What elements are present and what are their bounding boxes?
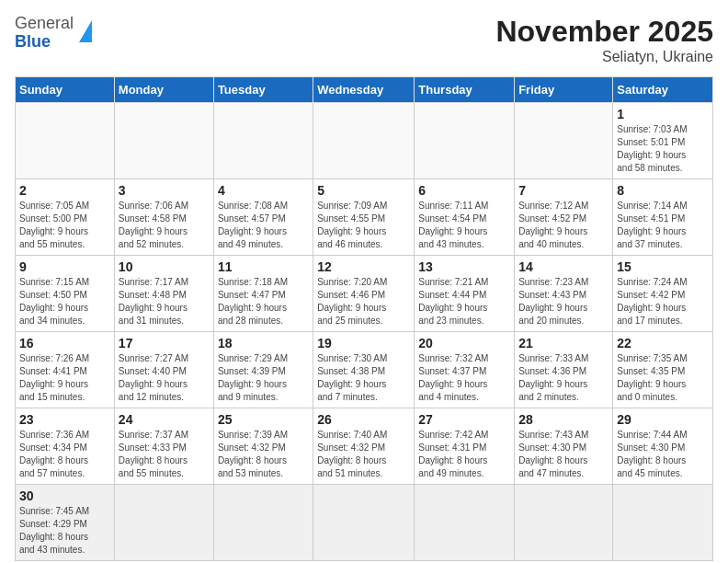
day-number: 3: [119, 183, 210, 198]
day-number: 26: [317, 412, 410, 427]
calendar-cell: 4Sunrise: 7:08 AM Sunset: 4:57 PM Daylig…: [213, 179, 313, 256]
day-info: Sunrise: 7:29 AM Sunset: 4:39 PM Dayligh…: [218, 352, 309, 404]
day-info: Sunrise: 7:11 AM Sunset: 4:54 PM Dayligh…: [418, 200, 510, 251]
day-info: Sunrise: 7:35 AM Sunset: 4:35 PM Dayligh…: [617, 352, 709, 404]
calendar-cell: [415, 485, 515, 561]
calendar-cell: 29Sunrise: 7:44 AM Sunset: 4:30 PM Dayli…: [613, 408, 713, 485]
day-info: Sunrise: 7:39 AM Sunset: 4:32 PM Dayligh…: [218, 429, 309, 480]
calendar-cell: 26Sunrise: 7:40 AM Sunset: 4:32 PM Dayli…: [313, 408, 415, 485]
day-info: Sunrise: 7:09 AM Sunset: 4:55 PM Dayligh…: [317, 200, 410, 251]
day-info: Sunrise: 7:32 AM Sunset: 4:37 PM Dayligh…: [418, 352, 510, 404]
week-row-3: 9Sunrise: 7:15 AM Sunset: 4:50 PM Daylig…: [16, 256, 713, 332]
calendar-cell: 25Sunrise: 7:39 AM Sunset: 4:32 PM Dayli…: [213, 408, 313, 485]
header-wednesday: Wednesday: [313, 77, 415, 103]
calendar-cell: 1Sunrise: 7:03 AM Sunset: 5:01 PM Daylig…: [613, 103, 713, 179]
day-number: 20: [418, 336, 510, 350]
day-info: Sunrise: 7:03 AM Sunset: 5:01 PM Dayligh…: [617, 123, 709, 175]
page-header: General Blue November 2025 Seliatyn, Ukr…: [15, 15, 713, 65]
day-number: 30: [19, 488, 110, 503]
day-info: Sunrise: 7:14 AM Sunset: 4:51 PM Dayligh…: [617, 200, 709, 251]
day-number: 8: [617, 183, 709, 198]
calendar-cell: 28Sunrise: 7:43 AM Sunset: 4:30 PM Dayli…: [515, 408, 613, 485]
week-row-1: 1Sunrise: 7:03 AM Sunset: 5:01 PM Daylig…: [16, 103, 713, 179]
calendar-cell: 18Sunrise: 7:29 AM Sunset: 4:39 PM Dayli…: [213, 332, 313, 408]
day-info: Sunrise: 7:18 AM Sunset: 4:47 PM Dayligh…: [218, 276, 309, 327]
day-number: 27: [418, 412, 510, 427]
header-tuesday: Tuesday: [213, 77, 313, 103]
logo-general: General: [15, 14, 74, 32]
location-subtitle: Seliatyn, Ukraine: [495, 49, 713, 65]
day-number: 25: [218, 412, 309, 427]
calendar-cell: [114, 485, 213, 561]
day-info: Sunrise: 7:17 AM Sunset: 4:48 PM Dayligh…: [119, 276, 210, 327]
calendar-cell: [16, 103, 115, 179]
day-number: 2: [19, 183, 110, 198]
day-info: Sunrise: 7:36 AM Sunset: 4:34 PM Dayligh…: [19, 429, 110, 480]
calendar-cell: 15Sunrise: 7:24 AM Sunset: 4:42 PM Dayli…: [613, 256, 713, 332]
calendar-cell: [213, 103, 313, 179]
calendar-cell: 27Sunrise: 7:42 AM Sunset: 4:31 PM Dayli…: [415, 408, 515, 485]
day-info: Sunrise: 7:20 AM Sunset: 4:46 PM Dayligh…: [317, 276, 410, 327]
day-info: Sunrise: 7:15 AM Sunset: 4:50 PM Dayligh…: [19, 276, 110, 327]
week-row-6: 30Sunrise: 7:45 AM Sunset: 4:29 PM Dayli…: [16, 485, 713, 561]
day-number: 13: [418, 259, 510, 274]
header-friday: Friday: [515, 77, 613, 103]
day-number: 1: [617, 107, 709, 121]
day-number: 18: [218, 336, 309, 350]
day-number: 23: [19, 412, 110, 427]
day-number: 10: [119, 259, 210, 274]
week-row-5: 23Sunrise: 7:36 AM Sunset: 4:34 PM Dayli…: [16, 408, 713, 485]
title-block: November 2025 Seliatyn, Ukraine: [495, 15, 713, 65]
day-info: Sunrise: 7:12 AM Sunset: 4:52 PM Dayligh…: [518, 200, 609, 251]
day-number: 7: [518, 183, 609, 198]
day-number: 28: [518, 412, 609, 427]
calendar-cell: [313, 485, 415, 561]
day-number: 16: [19, 336, 110, 350]
calendar-cell: 12Sunrise: 7:20 AM Sunset: 4:46 PM Dayli…: [313, 256, 415, 332]
day-number: 15: [617, 259, 709, 274]
logo-blue: Blue: [15, 32, 51, 51]
day-info: Sunrise: 7:06 AM Sunset: 4:58 PM Dayligh…: [119, 200, 210, 251]
day-number: 12: [317, 259, 410, 274]
calendar-cell: 2Sunrise: 7:05 AM Sunset: 5:00 PM Daylig…: [16, 179, 115, 256]
day-number: 24: [119, 412, 210, 427]
calendar-cell: 20Sunrise: 7:32 AM Sunset: 4:37 PM Dayli…: [415, 332, 515, 408]
day-number: 21: [518, 336, 609, 350]
day-number: 5: [317, 183, 410, 198]
day-info: Sunrise: 7:43 AM Sunset: 4:30 PM Dayligh…: [518, 429, 609, 480]
calendar-cell: 7Sunrise: 7:12 AM Sunset: 4:52 PM Daylig…: [515, 179, 613, 256]
header-sunday: Sunday: [16, 77, 115, 103]
header-saturday: Saturday: [613, 77, 713, 103]
day-info: Sunrise: 7:27 AM Sunset: 4:40 PM Dayligh…: [119, 352, 210, 404]
calendar-cell: [415, 103, 515, 179]
calendar-cell: [515, 103, 613, 179]
day-info: Sunrise: 7:05 AM Sunset: 5:00 PM Dayligh…: [19, 200, 110, 251]
calendar-cell: 17Sunrise: 7:27 AM Sunset: 4:40 PM Dayli…: [114, 332, 213, 408]
calendar-cell: 5Sunrise: 7:09 AM Sunset: 4:55 PM Daylig…: [313, 179, 415, 256]
day-number: 4: [218, 183, 309, 198]
calendar-header-row: SundayMondayTuesdayWednesdayThursdayFrid…: [16, 77, 713, 103]
logo-triangle-icon: [79, 20, 92, 42]
calendar-cell: 6Sunrise: 7:11 AM Sunset: 4:54 PM Daylig…: [415, 179, 515, 256]
calendar-cell: 23Sunrise: 7:36 AM Sunset: 4:34 PM Dayli…: [16, 408, 115, 485]
day-number: 17: [119, 336, 210, 350]
day-info: Sunrise: 7:26 AM Sunset: 4:41 PM Dayligh…: [19, 352, 110, 404]
month-year-title: November 2025: [495, 15, 713, 49]
logo: General Blue: [15, 15, 92, 52]
day-info: Sunrise: 7:45 AM Sunset: 4:29 PM Dayligh…: [19, 505, 110, 557]
day-number: 19: [317, 336, 410, 350]
calendar-cell: [313, 103, 415, 179]
week-row-4: 16Sunrise: 7:26 AM Sunset: 4:41 PM Dayli…: [16, 332, 713, 408]
calendar-cell: 8Sunrise: 7:14 AM Sunset: 4:51 PM Daylig…: [613, 179, 713, 256]
calendar-cell: 24Sunrise: 7:37 AM Sunset: 4:33 PM Dayli…: [114, 408, 213, 485]
day-info: Sunrise: 7:37 AM Sunset: 4:33 PM Dayligh…: [119, 429, 210, 480]
day-number: 22: [617, 336, 709, 350]
calendar-cell: [515, 485, 613, 561]
day-info: Sunrise: 7:23 AM Sunset: 4:43 PM Dayligh…: [518, 276, 609, 327]
header-monday: Monday: [114, 77, 213, 103]
calendar-cell: 19Sunrise: 7:30 AM Sunset: 4:38 PM Dayli…: [313, 332, 415, 408]
calendar-cell: 16Sunrise: 7:26 AM Sunset: 4:41 PM Dayli…: [16, 332, 115, 408]
calendar-cell: [114, 103, 213, 179]
calendar-cell: 3Sunrise: 7:06 AM Sunset: 4:58 PM Daylig…: [114, 179, 213, 256]
day-number: 6: [418, 183, 510, 198]
